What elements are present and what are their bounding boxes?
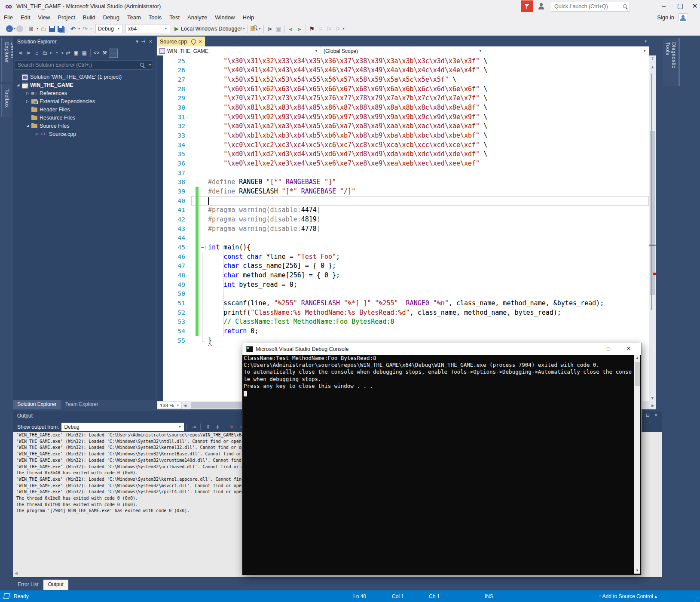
code-line-46[interactable]: 46 const char *line = "Test Foo"; bbox=[163, 252, 649, 261]
attach-to-process-icon[interactable] bbox=[250, 25, 258, 33]
maximize-button[interactable]: ▢ bbox=[673, 0, 688, 12]
close-icon[interactable]: × bbox=[654, 412, 657, 418]
menu-project[interactable]: Project bbox=[54, 13, 79, 22]
scroll-left-icon[interactable]: ◀ bbox=[182, 403, 188, 408]
tree-item-references[interactable]: ▷References bbox=[13, 89, 156, 97]
menu-help[interactable]: Help bbox=[239, 13, 258, 22]
properties-wrench-icon[interactable]: ⚒ bbox=[101, 49, 109, 57]
code-line-49[interactable]: 49 int bytes_read = 0; bbox=[163, 280, 649, 289]
code-line-53[interactable]: 53 // ClassName:Test MethodName:Foo Byte… bbox=[163, 317, 649, 326]
solution-explorer-title-bar[interactable]: Solution Explorer ▾ ⊣ × bbox=[13, 37, 156, 47]
minimize-button[interactable]: — bbox=[576, 343, 592, 354]
member-scope-select[interactable]: ▾ bbox=[485, 46, 649, 55]
code-line-32[interactable]: 32 "\xa0\xa1\xa2\xa3\xa4\xa5\xa6\xa7\xa8… bbox=[163, 122, 649, 131]
back-icon[interactable]: ⊲ bbox=[16, 49, 24, 57]
close-icon[interactable]: × bbox=[199, 38, 202, 45]
home-icon[interactable]: ⌂ bbox=[33, 49, 41, 57]
tree-item-win-the-game[interactable]: ◢WIN_THE_GAME bbox=[13, 81, 156, 89]
output-source-select[interactable]: Debug▾ bbox=[61, 423, 184, 431]
code-line-34[interactable]: 34 "\xc0\xc1\xc2\xc3\xc4\xc5\xc6\xc7\xc8… bbox=[163, 140, 649, 150]
code-line-25[interactable]: 25 "\x30\x31\x32\x33\x34\x35\x36\x37\x38… bbox=[163, 56, 649, 66]
cursor-line-indicator[interactable]: Ln 40 bbox=[353, 593, 366, 599]
start-debugging-icon[interactable]: ▶ bbox=[174, 25, 179, 32]
code-line-36[interactable]: 36 "\xe0\xe1\xe2\xe3\xe4\xe5\xe6\xe7\xe8… bbox=[163, 159, 649, 168]
scroll-right-icon[interactable]: ▶ bbox=[650, 403, 656, 408]
code-line-35[interactable]: 35 "\xd0\xd1\xd2\xd3\xd4\xd5\xd6\xd7\xd8… bbox=[163, 150, 649, 159]
pending-changes-filter-icon[interactable]: ◔ bbox=[52, 49, 61, 57]
chevron-expanded-icon[interactable]: ◢ bbox=[24, 124, 31, 128]
fold-collapse-icon[interactable]: – bbox=[200, 245, 205, 250]
forward-icon[interactable]: ⊳ bbox=[24, 49, 33, 57]
code-line-37[interactable]: 37 bbox=[163, 168, 649, 178]
code-line-44[interactable]: 44 bbox=[163, 233, 649, 243]
code-line-26[interactable]: 26 "\x40\x41\x42\x43\x44\x45\x46\x47\x48… bbox=[163, 66, 649, 75]
undo-icon[interactable]: ↶ bbox=[69, 25, 77, 33]
code-line-29[interactable]: 29 "\x70\x71\x72\x73\x74\x75\x76\x77\x78… bbox=[163, 94, 649, 103]
code-line-30[interactable]: 30 "\x80\x81\x82\x83\x84\x85\x86\x87\x88… bbox=[163, 103, 649, 112]
pin-icon[interactable] bbox=[190, 38, 197, 45]
maximize-button[interactable]: □ bbox=[600, 343, 617, 354]
menu-view[interactable]: View bbox=[34, 13, 54, 22]
code-line-33[interactable]: 33 "\xb0\xb1\xb2\xb3\xb4\xb5\xb6\xb7\xb8… bbox=[163, 131, 649, 140]
tree-item-source-files[interactable]: ◢Source Files bbox=[13, 122, 156, 130]
decrease-indent-icon[interactable]: ⫷ bbox=[287, 25, 295, 33]
toolbar-overflow-icon[interactable]: ▾ bbox=[343, 27, 345, 31]
tab-error-list[interactable]: Error List bbox=[13, 580, 43, 590]
user-avatar-icon[interactable] bbox=[679, 13, 688, 23]
quick-launch-input[interactable]: Quick Launch (Ctrl+Q) bbox=[551, 2, 630, 12]
scroll-up-icon[interactable]: ▲ bbox=[649, 65, 656, 69]
code-line-54[interactable]: 54 return 0; bbox=[163, 326, 649, 336]
menu-file[interactable]: File bbox=[0, 13, 17, 22]
solution-platform-select[interactable]: x64▾ bbox=[125, 24, 170, 33]
console-title-bar[interactable]: Microsoft Visual Studio Debug Console — … bbox=[242, 343, 641, 355]
pin-icon[interactable]: ⊣ bbox=[141, 39, 145, 44]
menu-build[interactable]: Build bbox=[79, 13, 99, 22]
debugger-dropdown-icon[interactable]: ▾ bbox=[243, 27, 245, 31]
scroll-left-icon[interactable]: ◀ bbox=[15, 571, 18, 575]
code-line-39[interactable]: 39#define RANGESLASH "[*" RANGEBASE "/]" bbox=[163, 187, 649, 196]
add-item-icon[interactable]: 🗀 bbox=[39, 25, 48, 33]
switch-views-icon[interactable]: 🗀 bbox=[41, 49, 49, 57]
toggle-bookmark-icon[interactable]: ⚑ bbox=[308, 25, 316, 33]
code-line-28[interactable]: 28 "\x60\x61\x62\x63\x64\x65\x66\x67\x68… bbox=[163, 84, 649, 94]
scrollbar-thumb[interactable] bbox=[635, 362, 640, 386]
clear-all-output-icon[interactable]: ✕ bbox=[227, 423, 236, 431]
search-options-icon[interactable]: ▾ bbox=[149, 63, 151, 67]
solution-configuration-select[interactable]: Debug▾ bbox=[95, 24, 123, 33]
preview-icon[interactable]: ▣ bbox=[72, 49, 80, 57]
navigate-forward-icon[interactable]: → bbox=[16, 25, 23, 32]
close-icon[interactable]: × bbox=[149, 39, 152, 45]
document-tab-source-cpp[interactable]: Source.cpp × bbox=[157, 37, 205, 46]
menu-debug[interactable]: Debug bbox=[99, 13, 123, 22]
insert-mode-indicator[interactable]: INS bbox=[485, 593, 493, 599]
collapse-all-icon[interactable]: — bbox=[109, 49, 118, 58]
code-line-50[interactable]: 50 bbox=[163, 289, 649, 298]
toolbar-overflow-icon[interactable]: ▾ bbox=[259, 27, 261, 31]
scroll-down-icon[interactable]: ▼ bbox=[634, 568, 640, 574]
menu-tools[interactable]: Tools bbox=[145, 13, 165, 22]
cursor-character-indicator[interactable]: Ch 1 bbox=[429, 593, 440, 599]
cursor-column-indicator[interactable]: Col 1 bbox=[392, 593, 404, 599]
close-button[interactable]: ✕ bbox=[688, 0, 700, 12]
code-line-47[interactable]: 47 char class_name[256] = { 0 }; bbox=[163, 261, 649, 270]
tree-item-header-files[interactable]: Header Files bbox=[13, 105, 156, 114]
code-line-52[interactable]: 52 printf("ClassName:%s MethodName:%s By… bbox=[163, 308, 649, 317]
code-line-41[interactable]: 41#pragma warning(disable:4474) bbox=[163, 206, 649, 215]
type-scope-select[interactable]: (Global Scope) ▾ bbox=[321, 46, 485, 55]
scrollbar-thumb[interactable] bbox=[650, 131, 655, 295]
tab-team-explorer[interactable]: Team Explorer bbox=[61, 400, 102, 409]
resize-grip-icon[interactable]: ⋰ bbox=[694, 596, 699, 601]
chevron-expanded-icon[interactable]: ◢ bbox=[15, 83, 21, 87]
undo-dropdown-icon[interactable]: ▾ bbox=[78, 27, 80, 31]
feedback-icon[interactable] bbox=[521, 0, 533, 12]
chevron-collapsed-icon[interactable]: ▷ bbox=[24, 99, 31, 103]
tab-solution-explorer[interactable]: Solution Explorer bbox=[13, 400, 61, 409]
navigate-back-dropdown-icon[interactable]: ▾ bbox=[14, 27, 15, 31]
minimize-button[interactable]: – bbox=[657, 0, 671, 12]
editor-zoom-select[interactable]: 133 %▾ bbox=[158, 402, 182, 409]
send-feedback-icon[interactable] bbox=[538, 3, 546, 10]
save-icon[interactable] bbox=[49, 26, 55, 32]
indicator-margin[interactable] bbox=[157, 55, 163, 401]
filter-dropdown-icon[interactable]: ▾ bbox=[61, 51, 63, 55]
save-all-icon[interactable] bbox=[58, 26, 64, 32]
